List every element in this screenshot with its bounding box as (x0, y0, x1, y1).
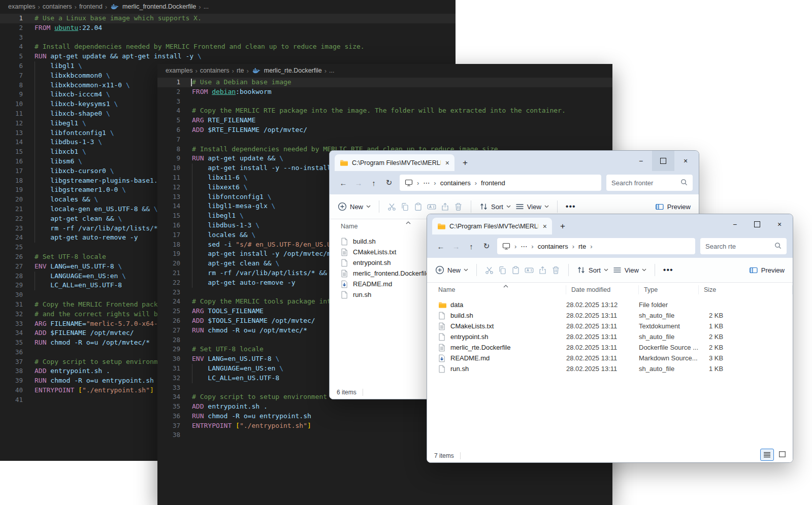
back-button[interactable]: ← (336, 179, 351, 187)
rename-icon[interactable] (525, 266, 534, 275)
line-number: 32 (0, 310, 23, 319)
breadcrumb-chevron-icon: › (232, 67, 234, 75)
code-text: # Copy the MERLIC tools package int (192, 297, 331, 307)
line-number: 10 (0, 99, 23, 109)
new-tab-button[interactable]: + (463, 158, 468, 167)
sort-button[interactable]: Sort (479, 203, 511, 211)
copy-icon[interactable] (401, 203, 409, 211)
minimize-button[interactable]: − (724, 214, 746, 234)
file-row[interactable]: merlic_rte.Dockerfile28.02.2025 13:11Doc… (427, 342, 793, 353)
line-number: 13 (157, 192, 180, 202)
breadcrumb-filename[interactable]: merlic_rte.Dockerfile (264, 67, 322, 74)
file-row[interactable]: CMakeLists.txt28.02.2025 13:11Textdokume… (427, 321, 793, 331)
tab-close-icon[interactable]: × (542, 222, 548, 230)
explorer-tab[interactable]: C:\Program Files\MVTec\MERLI × (432, 218, 552, 234)
maximize-button[interactable] (746, 214, 768, 234)
address-segment[interactable]: containers (440, 179, 471, 187)
file-row[interactable]: run.sh28.02.2025 13:11sh_auto_file1 KB (427, 363, 793, 374)
address-segment[interactable]: containers (538, 243, 568, 250)
new-button[interactable]: New (338, 202, 371, 211)
tab-title: C:\Program Files\MVTec\MERLI (449, 223, 538, 230)
file-icon (341, 291, 348, 299)
chevron-down-icon (604, 268, 608, 272)
address-segment[interactable]: frontend (481, 179, 505, 187)
copy-icon[interactable] (498, 266, 507, 275)
file-type: Textdokument (639, 322, 699, 330)
tab-bar: C:\Program Files\MVTec\MERLI × + − × (427, 214, 793, 234)
address-ellipsis[interactable]: ⋯ (521, 243, 527, 250)
breadcrumb-item[interactable]: examples (166, 67, 193, 74)
file-row[interactable]: build.sh28.02.2025 13:11sh_auto_file2 KB (427, 310, 793, 321)
refresh-button[interactable]: ↻ (479, 242, 494, 251)
view-button[interactable]: View (613, 266, 646, 274)
tab-close-icon[interactable]: × (444, 159, 450, 167)
preview-button[interactable]: Preview (655, 203, 691, 211)
code-line: 6ADD $RTE_FILENAME /opt/mvtec/ (157, 125, 612, 135)
address-chevron-icon: › (572, 243, 574, 250)
forward-button[interactable]: → (448, 242, 464, 251)
cut-icon[interactable] (387, 203, 396, 211)
search-input[interactable]: Search rte (700, 238, 787, 254)
more-options-icon[interactable]: ••• (663, 265, 673, 275)
line-number: 27 (0, 262, 23, 272)
share-icon[interactable] (538, 266, 547, 275)
address-bar[interactable]: ›⋯›containers›frontend (400, 175, 601, 191)
address-segment[interactable]: rte (578, 243, 586, 250)
column-header-name[interactable]: Name (438, 285, 566, 294)
address-bar[interactable]: ›⋯›containers›rte› (497, 238, 695, 254)
maximize-button[interactable] (652, 151, 674, 171)
line-number: 35 (0, 338, 23, 348)
minimize-button[interactable]: − (630, 151, 652, 171)
column-header-date-modified[interactable]: Date modified (566, 285, 639, 294)
line-number: 29 (157, 345, 180, 354)
paste-icon[interactable] (511, 266, 520, 275)
column-header-type[interactable]: Type (639, 285, 699, 294)
file-row[interactable]: entrypoint.sh28.02.2025 13:11sh_auto_fil… (427, 331, 793, 342)
cut-icon[interactable] (485, 266, 494, 275)
toolbar-divider (476, 264, 477, 276)
share-icon[interactable] (441, 203, 449, 211)
breadcrumb-item[interactable]: frontend (79, 3, 103, 10)
code-text: ADD entrypoint.sh . (192, 402, 268, 412)
delete-icon[interactable] (551, 266, 560, 275)
item-count: 6 items (337, 389, 356, 396)
breadcrumb-item[interactable]: examples (8, 3, 36, 10)
details-view-toggle[interactable] (760, 449, 774, 461)
breadcrumb-item[interactable]: containers (200, 67, 230, 74)
delete-icon[interactable] (454, 203, 463, 211)
code-text: ADD $RTE_FILENAME /opt/mvtec/ (192, 125, 307, 135)
search-input[interactable]: Search fronter (606, 175, 693, 191)
view-button[interactable]: View (515, 203, 549, 211)
close-button[interactable]: × (768, 214, 791, 234)
up-button[interactable]: ↑ (366, 179, 381, 187)
breadcrumb-symbol-ellipsis[interactable]: ... (204, 3, 209, 10)
new-button[interactable]: New (435, 265, 468, 275)
breadcrumb-item[interactable]: containers (43, 3, 72, 10)
breadcrumb-filename[interactable]: merlic_frontend.Dockerfile (122, 3, 196, 10)
close-button[interactable]: × (674, 151, 697, 171)
explorer-tab[interactable]: C:\Program Files\MVTec\MERLI × (335, 154, 454, 171)
column-header-size[interactable]: Size (699, 285, 793, 294)
file-row[interactable]: data28.02.2025 13:12File folder (427, 299, 793, 310)
breadcrumb-chevron-icon: › (105, 3, 107, 11)
preview-button[interactable]: Preview (749, 266, 785, 274)
line-number: 19 (157, 249, 180, 259)
breadcrumb-symbol-ellipsis[interactable]: ... (329, 67, 334, 74)
paste-icon[interactable] (414, 203, 423, 211)
address-ellipsis[interactable]: ⋯ (423, 179, 430, 187)
sort-ascending-icon (406, 221, 411, 224)
md-icon (438, 354, 450, 362)
breadcrumb-item[interactable]: rte (237, 67, 244, 74)
icons-view-toggle[interactable] (776, 449, 789, 460)
more-options-icon[interactable]: ••• (566, 202, 576, 211)
rename-icon[interactable] (427, 203, 436, 211)
refresh-button[interactable]: ↻ (381, 178, 397, 187)
sort-button[interactable]: Sort (577, 266, 608, 274)
back-button[interactable]: ← (433, 242, 448, 251)
up-button[interactable]: ↑ (464, 242, 479, 251)
line-number: 3 (157, 97, 180, 107)
file-row[interactable]: README.md28.02.2025 13:11Markdown Source… (427, 353, 793, 363)
code-text: libgstreamer-plugins-base1.0 (35, 176, 161, 186)
forward-button[interactable]: → (351, 179, 366, 187)
new-tab-button[interactable]: + (560, 222, 565, 230)
